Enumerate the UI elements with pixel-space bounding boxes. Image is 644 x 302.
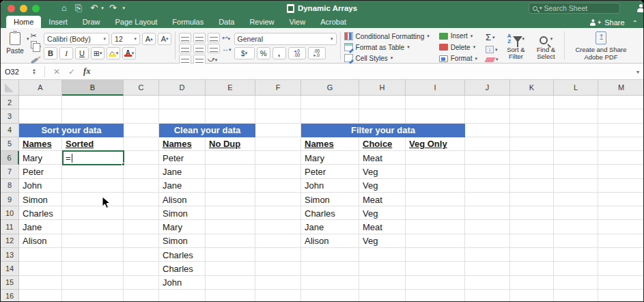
- column-header-C[interactable]: C: [124, 80, 159, 96]
- banner-clean-your-data[interactable]: Clean your data: [159, 124, 255, 137]
- save-icon[interactable]: ⎘: [72, 1, 85, 15]
- cell-G5[interactable]: Names: [301, 137, 359, 151]
- format-cells-button[interactable]: Format▾: [439, 55, 477, 62]
- row-header-8[interactable]: 8: [1, 179, 19, 193]
- align-right-button[interactable]: [208, 44, 220, 53]
- column-header-E[interactable]: E: [206, 80, 255, 96]
- wrap-text-button[interactable]: ↩▾: [222, 34, 230, 42]
- row-header-4[interactable]: 4: [1, 124, 19, 137]
- cell-styles-button[interactable]: Cell Styles▾: [344, 54, 393, 62]
- select-all-corner[interactable]: [1, 80, 19, 96]
- column-header-L[interactable]: L: [554, 80, 598, 96]
- row-header-13[interactable]: 13: [1, 248, 19, 262]
- align-left-button[interactable]: [179, 44, 191, 53]
- cell-G9[interactable]: Simon: [301, 193, 359, 206]
- tab-acrobat[interactable]: Acrobat: [313, 16, 354, 28]
- column-header-A[interactable]: A: [19, 80, 62, 96]
- cell-D5[interactable]: Names: [159, 137, 206, 151]
- format-painter-icon[interactable]: [31, 53, 42, 62]
- tab-view[interactable]: View: [281, 16, 313, 28]
- conditional-formatting-button[interactable]: Conditional Formatting▾: [344, 32, 430, 40]
- format-as-table-button[interactable]: Format as Table▾: [344, 43, 410, 51]
- accounting-format-button[interactable]: $▾: [234, 47, 255, 59]
- cell-D15[interactable]: John: [159, 276, 206, 290]
- insert-function-icon[interactable]: fx: [79, 66, 94, 77]
- cell-H12[interactable]: Veg: [359, 234, 406, 248]
- orientation-button[interactable]: ⤻▾: [208, 55, 217, 64]
- row-header-6[interactable]: 6: [1, 151, 19, 165]
- column-header-I[interactable]: I: [406, 80, 465, 96]
- redo-icon[interactable]: ↷: [107, 1, 120, 15]
- row-header-14[interactable]: 14: [1, 262, 19, 275]
- autosum-button[interactable]: Σ▾: [486, 32, 495, 42]
- cell-G10[interactable]: Charles: [301, 206, 359, 220]
- tab-home[interactable]: Home: [6, 16, 41, 28]
- cell-H11[interactable]: Meat: [359, 220, 406, 234]
- fill-button[interactable]: ↓▾: [486, 46, 498, 53]
- row-header-10[interactable]: 10: [1, 206, 19, 220]
- create-pdf-button[interactable]: Create and Share Adobe PDF: [575, 31, 626, 61]
- paste-dropdown-icon[interactable]: ▾: [27, 36, 29, 42]
- align-bottom-button[interactable]: [208, 33, 220, 42]
- font-color-button[interactable]: A▾: [122, 47, 136, 59]
- cancel-icon[interactable]: ✕: [49, 67, 64, 77]
- cell-H7[interactable]: Veg: [359, 165, 406, 178]
- cell-G11[interactable]: Jane: [301, 220, 359, 234]
- collapse-ribbon-icon[interactable]: ⌃: [632, 19, 638, 27]
- row-header-3[interactable]: 3: [1, 109, 19, 123]
- align-middle-button[interactable]: [193, 33, 206, 42]
- cell-D14[interactable]: Charles: [159, 262, 206, 275]
- row-header-7[interactable]: 7: [1, 165, 19, 178]
- cell-H6[interactable]: Meat: [359, 151, 406, 165]
- row-header-15[interactable]: 15: [1, 276, 19, 290]
- cell-A9[interactable]: Simon: [19, 193, 62, 206]
- home-icon[interactable]: ⌂: [59, 1, 70, 15]
- copy-icon[interactable]: ▾: [31, 41, 42, 52]
- cell-G7[interactable]: Peter: [301, 165, 359, 178]
- merge-center-button[interactable]: ↔▾: [222, 45, 232, 53]
- cell-G12[interactable]: Alison: [301, 234, 359, 248]
- row-header-11[interactable]: 11: [1, 220, 19, 234]
- cell-A5[interactable]: Names: [19, 137, 62, 151]
- cell-D7[interactable]: Jane: [159, 165, 206, 178]
- cell-H5[interactable]: Choice: [359, 137, 406, 151]
- column-header-K[interactable]: K: [510, 80, 554, 96]
- cell-D13[interactable]: Charles: [159, 248, 206, 262]
- borders-button[interactable]: ⊞▾: [91, 47, 104, 59]
- font-name-select[interactable]: Calibri (Body)▾: [44, 33, 109, 45]
- cell-A6[interactable]: Mary: [19, 151, 62, 165]
- fill-handle[interactable]: [122, 163, 125, 166]
- percent-style-button[interactable]: %: [257, 47, 270, 59]
- comma-style-button[interactable]: ,: [272, 47, 286, 59]
- column-header-F[interactable]: F: [255, 80, 301, 96]
- cell-A7[interactable]: Peter: [19, 165, 62, 178]
- column-header-G[interactable]: G: [301, 80, 359, 96]
- font-size-select[interactable]: 12▾: [111, 33, 140, 45]
- column-header-J[interactable]: J: [465, 80, 510, 96]
- cell-A10[interactable]: Charles: [19, 206, 62, 220]
- italic-button[interactable]: I: [59, 47, 73, 59]
- cell-D8[interactable]: Jane: [159, 179, 206, 193]
- banner-filter-your-data[interactable]: Filter your data: [301, 124, 465, 137]
- search-sheet-box[interactable]: ▾ Search Sheet: [529, 3, 620, 14]
- name-box-stepper[interactable]: ▲▼: [32, 68, 36, 75]
- cell-A8[interactable]: John: [19, 179, 62, 193]
- expand-formula-bar-icon[interactable]: ▾: [636, 69, 639, 75]
- sort-filter-button[interactable]: AZ ▾ Sort & Filter: [501, 31, 531, 60]
- number-format-select[interactable]: General▾: [234, 33, 337, 45]
- column-header-H[interactable]: H: [359, 80, 406, 96]
- shrink-font-button[interactable]: A▾: [158, 33, 171, 45]
- row-header-2[interactable]: 2: [1, 96, 19, 109]
- cell-D6[interactable]: Peter: [159, 151, 206, 165]
- active-edit-cell-B6[interactable]: =: [62, 150, 124, 165]
- row-header-9[interactable]: 9: [1, 193, 19, 206]
- decrease-indent-button[interactable]: [179, 55, 191, 64]
- column-header-M[interactable]: M: [598, 80, 644, 96]
- cut-icon[interactable]: ✂: [31, 31, 42, 40]
- search-scope-dropdown-icon[interactable]: ▾: [540, 5, 542, 11]
- name-box[interactable]: O32: [1, 68, 32, 76]
- formula-input[interactable]: [95, 64, 644, 79]
- enter-icon[interactable]: ✓: [64, 67, 79, 77]
- undo-dropdown-icon[interactable]: ▾: [101, 5, 104, 11]
- worksheet-grid[interactable]: ABCDEFGHIJKLM2345678910111213141516Sort …: [1, 80, 644, 302]
